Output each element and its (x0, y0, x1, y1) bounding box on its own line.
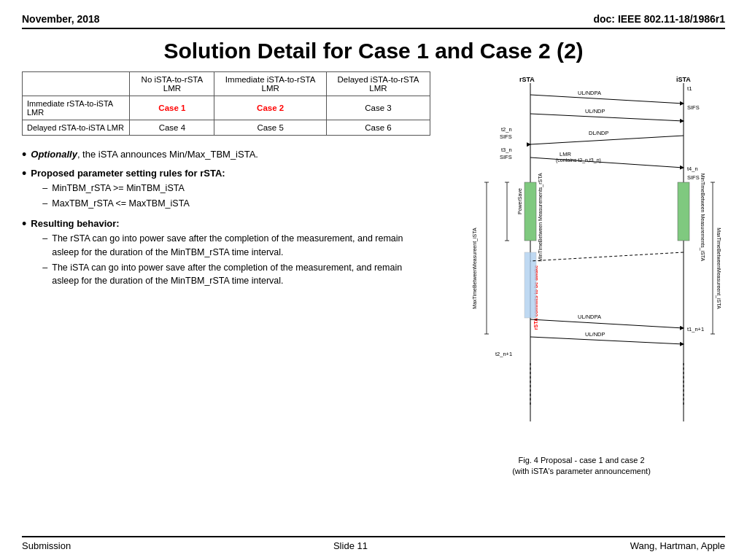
rsta-commits-region (525, 252, 536, 318)
table-cell-case3: Case 3 (326, 96, 430, 120)
dl-ndp-1: DL/NDP (589, 130, 609, 136)
fig-caption-line2: (with iSTA's parameter announcement) (438, 466, 725, 477)
sub-bullet-3-2: – The iSTA can go into power save after … (42, 261, 430, 289)
table-col-header-3: Delayed iSTA-to-rSTA LMR (326, 72, 430, 96)
lmr-label: LMR (560, 151, 571, 158)
main-content: No iSTA-to-rSTA LMR Immediate iSTA-to-rS… (22, 71, 725, 533)
rsta-label: rSTA (519, 76, 535, 83)
bullet-2-text: Proposed parameter setting rules for rST… (31, 168, 225, 179)
sub-bullet-3-2-text: The iSTA can go into power save after th… (52, 261, 430, 289)
ul-ndpa-2: UL/NDPA (578, 314, 601, 320)
fig-caption-line1: Fig. 4 Proposal - case 1 and case 2 (438, 455, 725, 466)
sub-bullet-3-1: – The rSTA can go into power save after … (42, 232, 430, 260)
svg-line-17 (530, 319, 684, 328)
ul-ndp-2: UL/NDP (585, 331, 605, 338)
figure-caption: Fig. 4 Proposal - case 1 and case 2 (wit… (438, 455, 725, 478)
bullet-2-content: Proposed parameter setting rules for rST… (31, 166, 430, 212)
ista-powersave-block (678, 182, 689, 241)
svg-line-4 (530, 114, 684, 121)
svg-line-3 (530, 95, 684, 104)
max-time-rsta-label: MaxTimeBetweenMeasureent_iSTA (472, 228, 478, 309)
bullet-dot-2: • (22, 167, 26, 180)
slide-header: November, 2018 doc: IEEE 802.11-18/1986r… (22, 13, 725, 29)
slide-title: Solution Detail for Case 1 and Case 2 (2… (22, 38, 725, 64)
bullet-1: • Optionally, the iSTA announces Min/Max… (22, 147, 430, 162)
header-date: November, 2018 (22, 13, 100, 25)
sub-bullet-2-1-text: MinTBM_rSTA >= MinTBM_iSTA (52, 182, 185, 195)
table-row-header-1: Immediate rSTA-to-iSTA LMR (23, 96, 130, 120)
sifs-4: SIFS (687, 174, 700, 181)
sub-bullet-2-1: – MinTBM_rSTA >= MinTBM_iSTA (42, 182, 430, 195)
max-time-ista-label: MaxTimeBetweenMeasureent_iSTA (716, 228, 721, 309)
footer-center: Slide 11 (333, 540, 368, 551)
header-doc: doc: IEEE 802.11-18/1986r1 (593, 13, 725, 25)
table-row-header-2: Delayed rSTA-to-iSTA LMR (23, 120, 130, 136)
sifs-2: SIFS (500, 133, 512, 140)
sub-bullets-2: – MinTBM_rSTA >= MinTBM_iSTA – MaxTBM_rS… (42, 182, 430, 211)
table-cell-case6: Case 6 (326, 120, 430, 136)
svg-line-6 (530, 158, 684, 168)
bullet-3-text: Resulting behavior: (31, 218, 119, 229)
footer-left: Submission (22, 540, 71, 551)
sifs-1: SIFS (687, 104, 700, 111)
sub-bullet-2-2: – MaxTBM_rSTA <= MaxTBM_iSTA (42, 197, 430, 211)
slide-footer: Submission Slide 11 Wang, Hartman, Apple (22, 536, 725, 551)
table-cell-case5: Case 5 (214, 120, 327, 136)
ista-label: iSTA (676, 76, 691, 83)
bullet-2: • Proposed parameter setting rules for r… (22, 166, 430, 212)
bullet-dot-1: • (22, 148, 26, 161)
t2n1-label: t2_n+1 (495, 351, 512, 357)
table-cell-case4: Case 4 (130, 120, 214, 136)
t1-label: t1 (687, 85, 692, 92)
table-header-empty (23, 72, 130, 96)
min-time-rsta-label: MinTimeBetween Measurements_rSTA (538, 173, 543, 262)
svg-line-18 (530, 337, 684, 344)
left-column: No iSTA-to-rSTA LMR Immediate iSTA-to-rS… (22, 71, 430, 533)
svg-line-5 (530, 136, 684, 144)
bullet-1-content: Optionally, the iSTA announces Min/Max_T… (31, 147, 430, 162)
optionally-text: Optionally (31, 149, 77, 160)
sub-bullet-2-2-text: MaxTBM_rSTA <= MaxTBM_iSTA (52, 197, 189, 211)
table-cell-case1: Case 1 (130, 96, 214, 120)
min-time-ista-label: MinTimeBetween Measurements_iSTA (700, 174, 705, 262)
sub-bullet-3-1-text: The rSTA can go into power save after th… (52, 232, 430, 260)
table-col-header-1: No iSTA-to-rSTA LMR (130, 72, 214, 96)
t3n-label: t3_n (501, 147, 512, 153)
svg-line-16 (530, 252, 684, 261)
sub-bullets-3: – The rSTA can go into power save after … (42, 232, 430, 288)
sifs-3: SIFS (500, 154, 512, 160)
table-col-header-2: Immediate iSTA-to-rSTA LMR (214, 72, 327, 96)
lmr-contains: (contains t2_n,t3_n) (556, 158, 601, 163)
bullet-list: • Optionally, the iSTA announces Min/Max… (22, 147, 430, 294)
powersave-label-rsta: PowerSave (517, 188, 522, 214)
bullet-3-content: Resulting behavior: – The rSTA can go in… (31, 217, 430, 290)
ul-ndpa-1: UL/NDPA (578, 90, 601, 96)
slide: November, 2018 doc: IEEE 802.11-18/1986r… (0, 0, 747, 560)
bullet-3: • Resulting behavior: – The rSTA can go … (22, 217, 430, 290)
right-column: rSTA iSTA t1 UL/NDPA SIFS UL/NDP (438, 71, 725, 533)
rsta-powersave-block (525, 182, 536, 241)
bullet-dot-3: • (22, 217, 26, 230)
ul-ndp-1: UL/NDP (585, 108, 605, 114)
t2n-label: t2_n (501, 126, 512, 133)
table-cell-case2: Case 2 (214, 96, 327, 120)
timing-diagram: rSTA iSTA t1 UL/NDPA SIFS UL/NDP (438, 71, 725, 451)
t4n-label: t4_n (687, 166, 698, 172)
footer-right: Wang, Hartman, Apple (630, 540, 725, 551)
t1n1-label: t1_n+1 (687, 326, 704, 332)
case-table: No iSTA-to-rSTA LMR Immediate iSTA-to-rS… (22, 71, 430, 136)
bullet-1-rest: , the iSTA announces Min/Max_TBM_iSTA. (77, 149, 258, 160)
